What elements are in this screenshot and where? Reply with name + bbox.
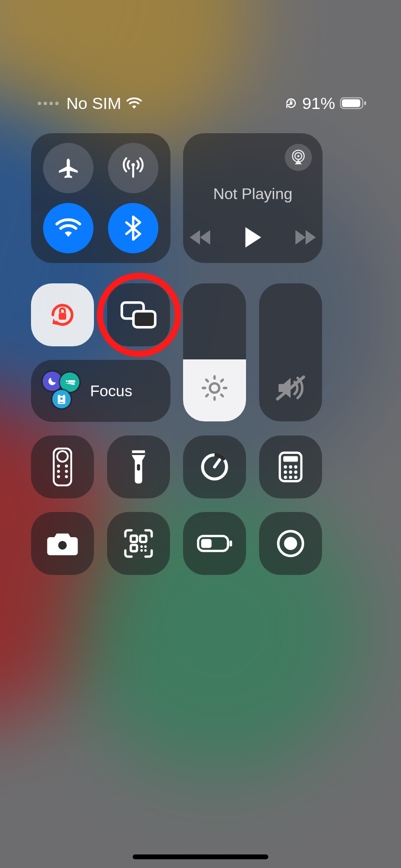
forward-button[interactable] xyxy=(294,230,317,245)
svg-point-11 xyxy=(210,383,219,392)
wifi-status-icon xyxy=(126,97,142,109)
orientation-lock-icon xyxy=(46,298,79,331)
svg-rect-10 xyxy=(134,311,155,327)
svg-rect-14 xyxy=(60,394,63,396)
orientation-lock-button[interactable] xyxy=(31,283,94,346)
low-power-mode-icon xyxy=(197,534,232,553)
cellular-signal-icon xyxy=(38,102,59,105)
apple-tv-remote-button[interactable] xyxy=(31,435,94,498)
svg-point-22 xyxy=(57,475,60,478)
apple-tv-remote-icon xyxy=(53,448,72,486)
svg-point-7 xyxy=(297,155,300,157)
calculator-icon xyxy=(278,451,303,482)
timer-icon xyxy=(200,452,230,482)
svg-point-21 xyxy=(65,470,68,473)
svg-point-20 xyxy=(57,470,60,473)
svg-point-19 xyxy=(65,465,68,467)
svg-point-37 xyxy=(294,476,297,479)
svg-point-32 xyxy=(284,470,287,474)
svg-point-17 xyxy=(57,451,68,462)
svg-point-36 xyxy=(289,476,293,479)
sun-icon xyxy=(200,374,229,402)
cellular-antenna-icon xyxy=(120,155,146,181)
volume-slider[interactable] xyxy=(259,283,322,421)
svg-rect-41 xyxy=(131,545,137,551)
svg-point-44 xyxy=(144,545,147,548)
airplay-button[interactable] xyxy=(285,144,312,171)
moon-icon xyxy=(43,372,62,391)
svg-rect-28 xyxy=(283,456,298,462)
camera-icon xyxy=(46,531,79,556)
focus-button[interactable]: Focus xyxy=(31,360,170,422)
home-indicator xyxy=(133,854,268,859)
svg-point-30 xyxy=(289,465,293,469)
svg-rect-8 xyxy=(59,313,66,320)
svg-point-34 xyxy=(294,470,297,474)
focus-mode-icons xyxy=(42,372,80,410)
wifi-icon xyxy=(55,218,81,238)
svg-rect-42 xyxy=(140,536,146,542)
wifi-toggle[interactable] xyxy=(43,203,93,253)
svg-point-45 xyxy=(140,549,143,552)
bed-icon xyxy=(60,372,79,392)
svg-point-31 xyxy=(294,465,297,469)
svg-rect-3 xyxy=(364,101,366,105)
svg-rect-48 xyxy=(201,539,212,548)
brightness-slider[interactable] xyxy=(183,283,246,421)
low-power-mode-button[interactable] xyxy=(183,512,246,575)
airplane-mode-toggle[interactable] xyxy=(43,143,93,193)
bluetooth-icon xyxy=(125,216,141,241)
bluetooth-toggle[interactable] xyxy=(108,203,158,253)
connectivity-group[interactable] xyxy=(31,133,170,263)
qr-scanner-icon xyxy=(123,528,154,559)
svg-rect-24 xyxy=(137,464,140,470)
svg-rect-49 xyxy=(230,541,232,546)
status-bar: No SIM 91% xyxy=(0,91,401,115)
svg-rect-16 xyxy=(54,449,71,485)
rewind-button[interactable] xyxy=(188,230,212,245)
speaker-mute-icon xyxy=(276,374,306,402)
cellular-data-toggle[interactable] xyxy=(108,143,158,193)
id-badge-icon xyxy=(52,390,71,408)
svg-point-15 xyxy=(60,397,62,400)
svg-rect-2 xyxy=(342,99,360,107)
play-button[interactable] xyxy=(243,226,263,248)
svg-point-51 xyxy=(284,537,297,550)
camera-button[interactable] xyxy=(31,512,94,575)
svg-rect-40 xyxy=(131,536,137,542)
svg-point-33 xyxy=(289,470,293,474)
svg-rect-0 xyxy=(290,102,292,105)
orientation-lock-status-icon xyxy=(285,97,297,109)
flashlight-button[interactable] xyxy=(107,435,170,498)
media-controls-panel[interactable]: Not Playing xyxy=(183,133,323,263)
qr-scanner-button[interactable] xyxy=(107,512,170,575)
airplane-icon xyxy=(56,155,81,181)
battery-percent-label: 91% xyxy=(302,94,335,113)
screen-mirroring-icon xyxy=(120,300,157,329)
carrier-label: No SIM xyxy=(66,94,121,113)
screen-record-button[interactable] xyxy=(259,512,322,575)
rewind-icon xyxy=(188,230,212,245)
battery-icon xyxy=(340,97,367,109)
svg-point-23 xyxy=(65,475,68,478)
flashlight-icon xyxy=(129,449,148,485)
svg-point-35 xyxy=(284,476,287,479)
now-playing-label: Not Playing xyxy=(213,185,293,203)
timer-button[interactable] xyxy=(183,435,246,498)
forward-icon xyxy=(294,230,317,245)
airplay-icon xyxy=(290,149,307,166)
screen-mirroring-button[interactable] xyxy=(107,283,170,346)
svg-point-46 xyxy=(144,549,147,552)
calculator-button[interactable] xyxy=(259,435,322,498)
svg-rect-25 xyxy=(132,453,145,455)
svg-point-29 xyxy=(284,465,287,469)
svg-point-43 xyxy=(140,545,143,548)
svg-point-18 xyxy=(57,465,60,467)
screen-record-icon xyxy=(276,529,305,558)
play-icon xyxy=(243,226,263,248)
focus-label: Focus xyxy=(90,382,132,400)
